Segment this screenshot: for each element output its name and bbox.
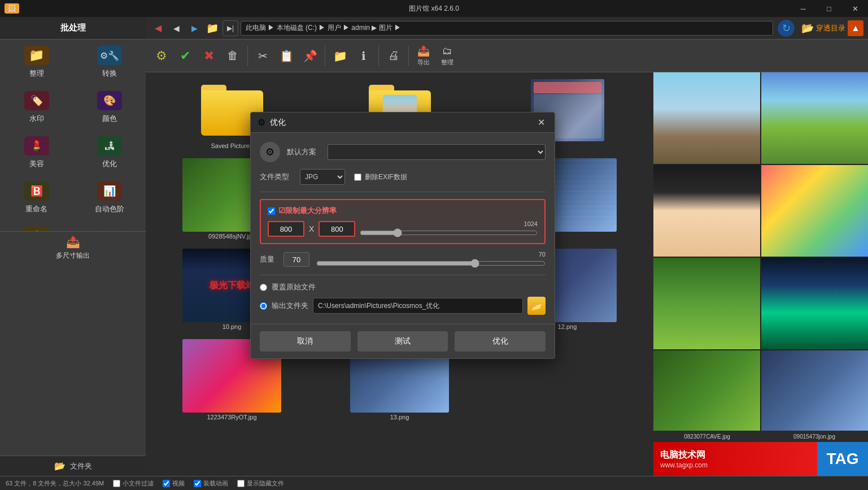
minimize-button[interactable]: ─ bbox=[790, 0, 816, 17]
output-folder-radio[interactable] bbox=[260, 302, 267, 310]
list-item[interactable] bbox=[761, 72, 868, 164]
limit-res-label[interactable]: ☑限制最大分辨率 bbox=[268, 206, 337, 216]
manage-button[interactable]: 🗂 整理 bbox=[436, 42, 459, 70]
small-filter-label[interactable]: 小文件过滤 bbox=[113, 479, 154, 488]
print-button[interactable]: 🖨 bbox=[382, 42, 405, 70]
export-button[interactable]: 📤 导出 bbox=[412, 42, 435, 70]
sidebar-item-watermark[interactable]: 🏷️ 水印 bbox=[0, 85, 73, 130]
copy-button[interactable]: 📋 bbox=[275, 42, 298, 70]
folder-button[interactable]: 📁 bbox=[329, 42, 351, 70]
quality-slider[interactable] bbox=[316, 259, 546, 268]
hidden-files-label[interactable]: 显示隐藏文件 bbox=[237, 479, 284, 488]
maximize-button[interactable]: □ bbox=[816, 0, 842, 17]
hidden-files-checkbox[interactable] bbox=[237, 480, 245, 487]
list-item[interactable] bbox=[653, 72, 760, 164]
color-label: 颜色 bbox=[102, 114, 117, 124]
settings-button[interactable]: ⚙ bbox=[150, 42, 173, 70]
confirm-button[interactable]: ✔ bbox=[174, 42, 197, 70]
delete-button[interactable]: 🗑 bbox=[221, 42, 244, 70]
cancel-action-button[interactable]: 取消 bbox=[260, 331, 351, 352]
titlebar: 🖼 图片馆 x64 2.6.0 ─ □ ✕ bbox=[0, 0, 868, 17]
screenshot2-thumb bbox=[761, 350, 868, 442]
res-slider-wrap: 1024 bbox=[360, 220, 538, 237]
nav-back-button[interactable]: ◀ bbox=[150, 20, 166, 36]
sidebar-item-convert[interactable]: ⚙🔧 转换 bbox=[73, 40, 146, 85]
multisize-icon: 📤 bbox=[66, 235, 80, 249]
sidebar-folder-btn[interactable]: 📂 文件夹 bbox=[0, 456, 146, 476]
dialog-close-button[interactable]: ✕ bbox=[534, 116, 548, 129]
sidebar-item-autocolor[interactable]: 📊 自动色阶 bbox=[73, 175, 146, 220]
image-name: 1223473RyOT.jpg bbox=[207, 414, 256, 420]
sidebar-item-bw[interactable]: 🖼 黑白 bbox=[73, 220, 146, 231]
animation-label[interactable]: 装载动画 bbox=[194, 479, 228, 488]
small-filter-checkbox[interactable] bbox=[113, 480, 120, 487]
colorful-thumb bbox=[761, 165, 868, 257]
output-folder-radio-label[interactable]: 输出文件夹 bbox=[260, 301, 308, 311]
nav-forward-button[interactable]: ◀ bbox=[168, 20, 184, 36]
sidebar-item-color[interactable]: 🎨 颜色 bbox=[73, 85, 146, 130]
quality-label: 质量 bbox=[260, 254, 277, 264]
multisize-label: 多尺寸输出 bbox=[56, 251, 90, 261]
test-action-button[interactable]: 测试 bbox=[357, 331, 448, 352]
forest2-thumb bbox=[653, 258, 760, 349]
exif-checkbox[interactable] bbox=[354, 174, 361, 181]
image-name: 0928548sjNV.jpg bbox=[208, 233, 255, 240]
preset-select[interactable] bbox=[328, 144, 546, 160]
quality-slider-wrap: 70 bbox=[316, 251, 546, 268]
nav-refresh-button[interactable]: ↻ bbox=[778, 20, 795, 37]
nav-split-button[interactable]: ▶| bbox=[223, 20, 238, 36]
sidebar-item-multisize[interactable]: 📤 多尺寸输出 bbox=[0, 231, 146, 264]
nav-folder-button[interactable]: 📁 bbox=[204, 20, 220, 36]
watermark-banner: 电脑技术网 www.tagxp.com TAG bbox=[653, 442, 868, 476]
window-controls: ─ □ ✕ bbox=[790, 0, 868, 17]
cut-button[interactable]: ✂ bbox=[251, 42, 274, 70]
dialog-header: ⚙ 优化 ✕ bbox=[251, 112, 555, 133]
sidebar-item-optimize[interactable]: 🏞 优化 bbox=[73, 130, 146, 175]
list-item[interactable] bbox=[761, 258, 868, 349]
limit-res-checkbox[interactable] bbox=[268, 207, 275, 215]
list-item[interactable] bbox=[653, 350, 760, 442]
watermark-icon: 🏷️ bbox=[24, 91, 49, 110]
cancel-button[interactable]: ✖ bbox=[198, 42, 220, 70]
autocontrast-icon: ⭐ bbox=[24, 227, 49, 231]
sidebar-item-autocontrast[interactable]: ⭐ 自动对比度 bbox=[0, 220, 73, 231]
list-item[interactable] bbox=[653, 165, 760, 257]
statusbar: 63 文件，8 文件夹，总大小 32.49M 小文件过滤 视频 装载动画 显示隐… bbox=[0, 476, 868, 490]
exif-checkbox-label[interactable]: 删除EXIF数据 bbox=[354, 172, 407, 182]
res-slider[interactable] bbox=[360, 228, 538, 237]
animation-checkbox[interactable] bbox=[194, 480, 201, 487]
res-width-input[interactable] bbox=[268, 221, 304, 237]
sidebar-item-rename[interactable]: 🅱️ 重命名 bbox=[0, 175, 73, 220]
rename-icon: 🅱️ bbox=[24, 181, 49, 201]
overwrite-radio-label[interactable]: 覆盖原始文件 bbox=[260, 282, 546, 292]
close-button[interactable]: ✕ bbox=[842, 0, 868, 17]
nav-through-button[interactable]: 📂 穿透目录 bbox=[801, 22, 845, 34]
sidebar: 批处理 📁 整理 ⚙🔧 转换 🏷️ 水印 🎨 颜色 💄 美容 🏞 优化 🅱️ 重… bbox=[0, 17, 146, 476]
paste-button[interactable]: 📌 bbox=[299, 42, 321, 70]
image-name: Saved Pictures bbox=[211, 142, 253, 149]
sidebar-item-arrange[interactable]: 📁 整理 bbox=[0, 40, 73, 85]
list-item[interactable] bbox=[761, 350, 868, 442]
overwrite-radio[interactable] bbox=[260, 284, 267, 291]
folder-through-icon: 📂 bbox=[801, 22, 814, 34]
optimize-dialog: ⚙ 优化 ✕ ⚙ 默认方案 文件类型 JPG PNG bbox=[250, 112, 555, 359]
nav-up-arrow-button[interactable]: ▲ bbox=[848, 20, 863, 36]
castle-thumb bbox=[761, 72, 868, 164]
optimize-label: 优化 bbox=[102, 159, 117, 169]
filetype-select[interactable]: JPG PNG bbox=[300, 169, 345, 185]
res-height-input[interactable] bbox=[319, 221, 355, 237]
optimize-action-button[interactable]: 优化 bbox=[455, 331, 546, 352]
list-item[interactable] bbox=[653, 258, 760, 349]
autocolor-icon: 📊 bbox=[97, 181, 122, 201]
nav-up-button[interactable]: ▶ bbox=[186, 20, 202, 36]
browse-folder-button[interactable]: 📂 bbox=[527, 297, 546, 315]
dialog-separator-1 bbox=[260, 192, 546, 192]
info-button[interactable]: ℹ bbox=[352, 42, 375, 70]
view-video-label[interactable]: 视频 bbox=[163, 479, 185, 488]
list-item[interactable] bbox=[761, 165, 868, 257]
output-path-input[interactable] bbox=[313, 298, 523, 314]
sidebar-item-beauty[interactable]: 💄 美容 bbox=[0, 130, 73, 175]
divider-4 bbox=[408, 46, 409, 66]
view-video-checkbox[interactable] bbox=[163, 480, 170, 487]
image-name: 10.png bbox=[223, 323, 242, 330]
